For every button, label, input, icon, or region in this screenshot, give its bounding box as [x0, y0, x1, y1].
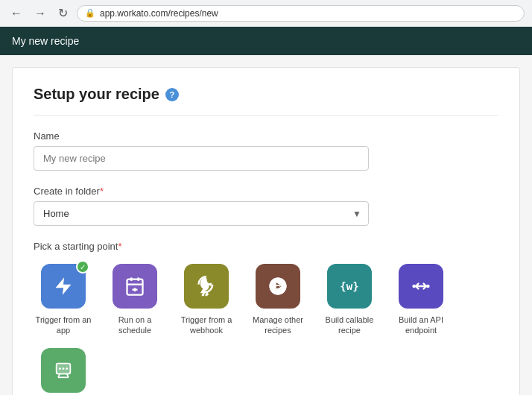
starting-point-options: ✓ Trigger from an app Run on a schedule	[34, 264, 498, 395]
selected-badge-trigger-app: ✓	[76, 260, 89, 274]
option-label-run-schedule: Run on a schedule	[105, 315, 165, 336]
option-run-schedule[interactable]: Run on a schedule	[105, 264, 165, 336]
option-icon-trigger-webhook	[184, 264, 229, 309]
option-icon-run-schedule	[113, 264, 157, 309]
svg-point-8	[205, 294, 208, 297]
main-content: Setup your recipe ? Name Create in folde…	[12, 67, 520, 395]
option-api-endpoint[interactable]: Build an API endpoint	[391, 264, 451, 336]
svg-point-15	[63, 367, 65, 370]
option-label-api-endpoint: Build an API endpoint	[391, 315, 451, 336]
refresh-button[interactable]: ↻	[55, 6, 71, 21]
nav-title: My new recipe	[12, 35, 79, 47]
option-icon-wrapper-trigger-webhook	[184, 264, 229, 309]
svg-point-12	[426, 285, 430, 288]
url-text: app.workato.com/recipes/new	[100, 8, 218, 19]
option-manage-recipes[interactable]: Manage other recipes	[248, 264, 308, 336]
option-callable-recipe[interactable]: {w} Build callable recipe	[320, 264, 379, 336]
option-icon-wrapper-run-schedule	[113, 264, 157, 309]
option-slack-bot[interactable]: Build a Slack bot command	[34, 348, 93, 395]
folder-required: *	[100, 186, 104, 197]
option-icon-wrapper-manage-recipes	[256, 264, 300, 309]
svg-point-14	[59, 367, 61, 370]
option-trigger-webhook[interactable]: Trigger from a webhook	[177, 264, 236, 336]
page-title-wrapper: Setup your recipe ?	[34, 86, 498, 103]
lock-icon: 🔒	[85, 8, 95, 18]
folder-field-group: Create in folder* Home ▼	[34, 186, 498, 226]
svg-point-9	[202, 294, 205, 297]
option-trigger-app[interactable]: ✓ Trigger from an app	[34, 264, 93, 336]
option-icon-manage-recipes	[256, 264, 300, 309]
option-label-callable-recipe: Build callable recipe	[320, 315, 379, 336]
svg-point-11	[412, 285, 416, 288]
option-icon-callable-recipe: {w}	[327, 264, 372, 309]
name-input[interactable]	[34, 146, 369, 171]
back-button[interactable]: ←	[7, 6, 25, 21]
option-label-trigger-app: Trigger from an app	[34, 315, 93, 336]
svg-point-7	[205, 282, 209, 286]
page-heading: Setup your recipe	[34, 86, 159, 103]
name-field-group: Name	[34, 130, 498, 171]
svg-point-16	[66, 367, 68, 370]
folder-select-wrapper: Home ▼	[34, 201, 369, 226]
help-icon[interactable]: ?	[165, 88, 179, 101]
option-icon-api-endpoint	[399, 264, 443, 309]
folder-select[interactable]: Home	[34, 201, 369, 226]
option-icon-wrapper-slack-bot	[41, 348, 86, 393]
option-label-trigger-webhook: Trigger from a webhook	[177, 315, 236, 336]
option-label-manage-recipes: Manage other recipes	[248, 315, 308, 336]
browser-chrome: ← → ↻ 🔒 app.workato.com/recipes/new	[0, 0, 532, 27]
top-nav: My new recipe	[0, 27, 532, 55]
option-icon-wrapper-trigger-app: ✓	[41, 264, 86, 309]
option-icon-slack-bot	[41, 348, 86, 393]
option-icon-wrapper-callable-recipe: {w}	[327, 264, 372, 309]
name-label: Name	[34, 130, 498, 142]
svg-rect-1	[127, 279, 143, 295]
svg-marker-0	[56, 277, 72, 294]
starting-point-required: *	[118, 241, 121, 252]
divider	[34, 115, 498, 116]
forward-button[interactable]: →	[31, 6, 49, 21]
starting-point-section: Pick a starting point* ✓ Trigger from an…	[34, 241, 498, 395]
starting-point-label: Pick a starting point*	[34, 241, 498, 252]
option-icon-wrapper-api-endpoint	[399, 264, 443, 309]
address-bar[interactable]: 🔒 app.workato.com/recipes/new	[77, 5, 525, 22]
folder-label: Create in folder*	[34, 186, 498, 197]
